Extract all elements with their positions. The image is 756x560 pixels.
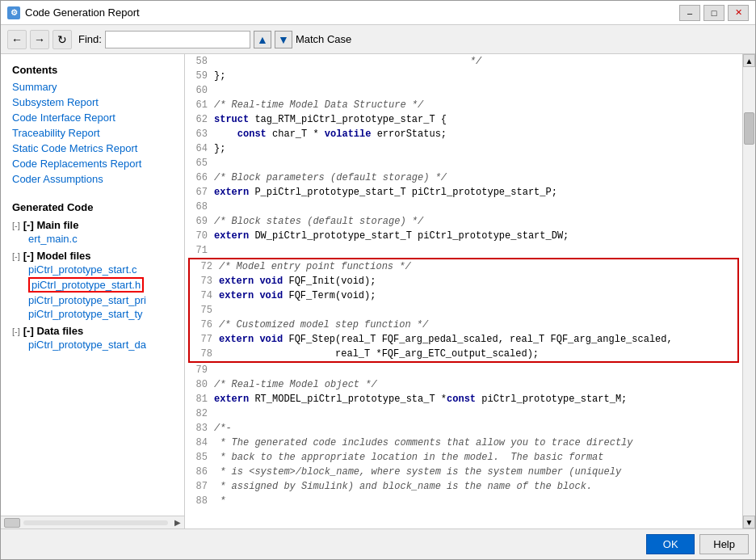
data-file-header: [-] [-] Data files — [12, 324, 173, 338]
app-icon: ⚙ — [7, 6, 20, 19]
data-file-list: piCtrl_prototype_start_da — [12, 338, 173, 352]
help-button[interactable]: Help — [699, 534, 749, 554]
sidebar-link-static-code[interactable]: Static Code Metrics Report — [1, 141, 184, 156]
back-button[interactable]: ← — [7, 30, 27, 49]
code-line-70: 70 extern DW_piCtrl_prototype_start_T pi… — [185, 229, 742, 243]
find-prev-button[interactable]: ▲ — [254, 31, 271, 48]
code-line-85: 85 * back to the appropriate location in… — [185, 450, 742, 465]
title-bar: ⚙ Code Generation Report – □ ✕ — [1, 1, 755, 25]
file-piCtrl-ty[interactable]: piCtrl_prototype_start_ty — [28, 308, 143, 320]
main-file-header: [-] [-] Main file — [12, 218, 173, 232]
data-file-label: [-] Data files — [23, 325, 83, 337]
code-line-58: 58 */ — [185, 54, 742, 69]
model-file-1: piCtrl_prototype_start.h — [28, 276, 173, 293]
model-file-header: [-] [-] Model files — [12, 249, 173, 263]
code-line-60: 60 — [185, 83, 742, 98]
data-file-collapse[interactable]: [-] — [12, 326, 20, 336]
code-line-73: 73 extern void FQF_Init(void); — [190, 274, 737, 288]
code-line-64: 64 }; — [185, 141, 742, 156]
data-file-section: [-] [-] Data files piCtrl_prototype_star… — [1, 322, 184, 353]
code-line-69: 69 /* Block states (default storage) */ — [185, 214, 742, 229]
model-file-2: piCtrl_prototype_start_pri — [28, 293, 173, 307]
ok-button[interactable]: OK — [646, 534, 695, 554]
model-file-0: piCtrl_prototype_start.c — [28, 263, 173, 276]
file-piCtrl-pri[interactable]: piCtrl_prototype_start_pri — [28, 294, 146, 306]
model-file-section: [-] [-] Model files piCtrl_prototype_sta… — [1, 247, 184, 322]
sidebar-hscrollbar[interactable]: ▶ — [1, 516, 184, 528]
code-area: 58 */ 59 }; 60 61 /* Real-time — [185, 54, 742, 528]
sidebar-scroll-area[interactable]: Contents Summary Subsystem Report Code I… — [1, 54, 184, 516]
sidebar-link-code-interface[interactable]: Code Interface Report — [1, 110, 184, 125]
code-line-78: 78 real_T *FQF_arg_ETC_output_scaled); — [190, 347, 737, 361]
sidebar-link-summary[interactable]: Summary — [1, 79, 184, 95]
file-piCtrl-h[interactable]: piCtrl_prototype_start.h — [28, 277, 144, 293]
vscroll-down-button[interactable]: ▼ — [743, 516, 755, 528]
model-file-collapse[interactable]: [-] — [12, 251, 20, 261]
sidebar-link-subsystem-report[interactable]: Subsystem Report — [1, 95, 184, 110]
code-line-84: 84 * The generated code includes comment… — [185, 436, 742, 450]
code-line-75: 75 — [190, 303, 737, 318]
model-file-3: piCtrl_prototype_start_ty — [28, 307, 173, 321]
find-input[interactable] — [105, 31, 250, 48]
model-file-label: [-] Model files — [23, 250, 91, 262]
file-piCtrl-da[interactable]: piCtrl_prototype_start_da — [28, 339, 146, 351]
main-file-collapse[interactable]: [-] — [12, 221, 20, 230]
code-line-77: 77 extern void FQF_Step(real_T FQF_arg_p… — [190, 332, 737, 347]
main-file-list: ert_main.c — [12, 232, 173, 246]
code-vscrollbar[interactable]: ▲ ▼ — [742, 54, 755, 528]
match-case-label: Match Case — [296, 33, 351, 45]
file-piCtrl-c[interactable]: piCtrl_prototype_start.c — [28, 263, 136, 276]
code-line-86: 86 * is <system>/block_name, where syste… — [185, 465, 742, 479]
file-ert-main[interactable]: ert_main.c — [28, 233, 78, 245]
code-line-87: 87 * assigned by Simulink) and block_nam… — [185, 479, 742, 494]
contents-title: Contents — [1, 61, 184, 79]
sidebar-link-traceability[interactable]: Traceability Report — [1, 125, 184, 141]
main-window: ⚙ Code Generation Report – □ ✕ ← → ↻ Fin… — [0, 0, 756, 560]
data-file-0: piCtrl_prototype_start_da — [28, 338, 173, 352]
footer: OK Help — [1, 528, 755, 559]
close-button[interactable]: ✕ — [728, 5, 749, 21]
sidebar: Contents Summary Subsystem Report Code I… — [1, 54, 185, 528]
code-line-74: 74 extern void FQF_Term(void); — [190, 288, 737, 303]
code-line-79: 79 — [185, 363, 742, 377]
code-line-61: 61 /* Real-time Model Data Structure */ — [185, 98, 742, 112]
code-line-65: 65 — [185, 156, 742, 171]
sidebar-link-coder-assumptions[interactable]: Coder Assumptions — [1, 171, 184, 187]
maximize-button[interactable]: □ — [704, 5, 724, 21]
highlighted-block: 72 /* Model entry point functions */ 73 … — [188, 258, 739, 363]
code-line-59: 59 }; — [185, 69, 742, 83]
vscroll-thumb[interactable] — [744, 112, 754, 145]
model-file-list: piCtrl_prototype_start.c piCtrl_prototyp… — [12, 263, 173, 321]
code-line-68: 68 — [185, 200, 742, 214]
vscroll-up-button[interactable]: ▲ — [743, 54, 755, 67]
toolbar: ← → ↻ Find: ▲ ▼ Match Case — [1, 25, 755, 54]
generated-code-title: Generated Code — [1, 198, 184, 217]
sidebar-link-code-replacements[interactable]: Code Replacements Report — [1, 156, 184, 171]
minimize-button[interactable]: – — [679, 5, 700, 21]
find-label: Find: — [78, 33, 102, 45]
main-file-section: [-] [-] Main file ert_main.c — [1, 217, 184, 247]
code-line-80: 80 /* Real-time Model object */ — [185, 377, 742, 392]
refresh-button[interactable]: ↻ — [52, 30, 72, 49]
code-line-76: 76 /* Customized model step function */ — [190, 318, 737, 332]
code-line-62: 62 struct tag_RTM_piCtrl_prototype_star_… — [185, 112, 742, 127]
window-title: Code Generation Report — [25, 6, 674, 19]
code-scroll[interactable]: 58 */ 59 }; 60 61 /* Real-time — [185, 54, 742, 528]
code-line-81: 81 extern RT_MODEL_piCtrl_prototype_sta_… — [185, 392, 742, 406]
main-file-label: [-] Main file — [23, 219, 79, 231]
code-line-71: 71 — [185, 243, 742, 258]
code-line-67: 67 extern P_piCtrl_prototype_start_T piC… — [185, 185, 742, 200]
find-next-button[interactable]: ▼ — [275, 31, 292, 48]
main-file-ert: ert_main.c — [28, 232, 173, 246]
window-controls: – □ ✕ — [679, 5, 749, 21]
code-line-83: 83 /*- — [185, 421, 742, 436]
forward-button[interactable]: → — [30, 30, 49, 49]
code-line-63: 63 const char_T * volatile errorStatus; — [185, 127, 742, 141]
code-line-82: 82 — [185, 406, 742, 421]
code-line-72: 72 /* Model entry point functions */ — [190, 259, 737, 274]
code-line-88: 88 * — [185, 494, 742, 508]
code-line-66: 66 /* Block parameters (default storage)… — [185, 171, 742, 185]
vscroll-track[interactable] — [743, 67, 755, 516]
main-area: Contents Summary Subsystem Report Code I… — [1, 54, 755, 528]
